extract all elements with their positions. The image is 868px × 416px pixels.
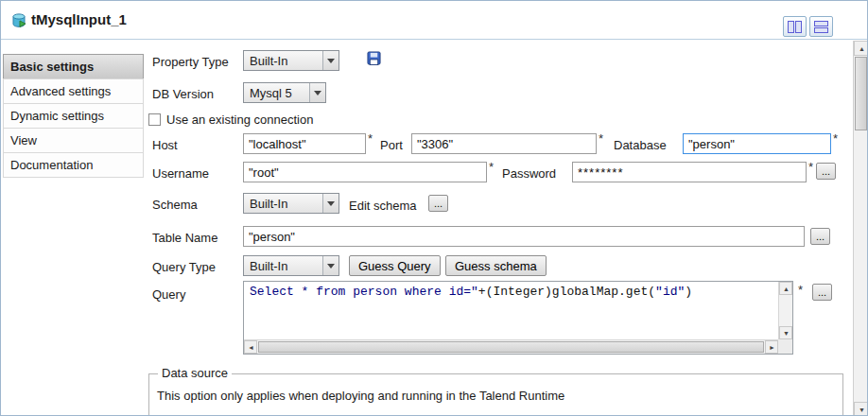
chevron-down-icon xyxy=(322,194,339,213)
horizontal-split-toggle-button[interactable] xyxy=(809,16,833,37)
sidebar-item-documentation[interactable]: Documentation xyxy=(3,152,144,178)
password-input[interactable] xyxy=(572,162,807,182)
guess-schema-button[interactable]: Guess schema xyxy=(445,255,547,276)
property-type-value: Built-In xyxy=(250,54,287,68)
save-property-icon[interactable] xyxy=(367,51,381,68)
query-code-segment: ) xyxy=(685,285,692,299)
required-marker: * xyxy=(798,283,803,297)
query-sql-segment: "id" xyxy=(655,285,685,299)
username-label: Username xyxy=(152,166,209,181)
component-title: tMysqlInput_1 xyxy=(31,11,127,27)
chevron-down-icon xyxy=(322,51,339,70)
sidebar-item-advanced-settings[interactable]: Advanced settings xyxy=(3,78,144,104)
db-version-label: DB Version xyxy=(152,87,214,101)
data-source-legend: Data source xyxy=(158,366,232,380)
query-code-segment: +(Integer)globalMap.get( xyxy=(478,285,655,299)
query-type-label: Query Type xyxy=(152,260,216,274)
property-type-label: Property Type xyxy=(152,55,229,69)
host-label: Host xyxy=(152,138,178,152)
table-name-label: Table Name xyxy=(152,231,217,245)
panel-vertical-scrollbar[interactable] xyxy=(853,41,868,416)
sidebar-item-dynamic-settings[interactable]: Dynamic settings xyxy=(3,103,144,129)
required-marker: * xyxy=(599,131,603,146)
property-type-dropdown[interactable]: Built-In xyxy=(243,50,339,71)
use-existing-connection-label: Use an existing connection xyxy=(166,113,313,127)
edit-schema-ellipsis-button[interactable]: ... xyxy=(428,195,448,212)
required-marker: * xyxy=(368,131,373,146)
sidebar-item-basic-settings[interactable]: Basic settings xyxy=(3,54,144,79)
edit-schema-label: Edit schema xyxy=(349,199,417,213)
query-type-dropdown[interactable]: Built-In xyxy=(243,255,339,276)
db-version-value: Mysql 5 xyxy=(250,86,292,100)
password-label: Password xyxy=(502,166,556,181)
query-editor[interactable]: Select * from person where id="+(Integer… xyxy=(243,281,793,355)
schema-label: Schema xyxy=(152,198,198,212)
scroll-right-icon[interactable] xyxy=(765,340,778,354)
schema-value: Built-In xyxy=(250,197,287,211)
query-sql-segment: Select * from person where id=" xyxy=(250,285,478,299)
table-name-input[interactable] xyxy=(243,226,805,247)
port-input[interactable] xyxy=(411,133,597,154)
chevron-down-icon xyxy=(322,256,339,275)
query-label: Query xyxy=(152,287,185,302)
database-label: Database xyxy=(614,138,667,152)
required-marker: * xyxy=(808,160,813,174)
horizontal-split-icon xyxy=(814,21,828,33)
query-vertical-scrollbar[interactable] xyxy=(778,282,792,339)
layout-vertical-toggle-button[interactable] xyxy=(783,16,807,37)
database-input[interactable] xyxy=(683,133,831,154)
chevron-down-icon xyxy=(309,83,325,102)
query-text: Select * from person where id="+(Integer… xyxy=(244,282,778,339)
port-label: Port xyxy=(380,138,403,152)
table-name-ellipsis-button[interactable]: ... xyxy=(810,228,830,245)
required-marker: * xyxy=(833,131,838,146)
scroll-down-icon[interactable] xyxy=(779,326,792,339)
required-marker: * xyxy=(489,160,494,174)
schema-dropdown[interactable]: Built-In xyxy=(243,193,339,214)
component-settings-panel: tMysqlInput_1 Basic settings Advanced se… xyxy=(0,0,868,416)
header: tMysqlInput_1 xyxy=(1,1,867,40)
use-existing-connection-checkbox[interactable] xyxy=(148,113,161,126)
scroll-up-icon[interactable] xyxy=(854,41,868,56)
tmysqlinput-component-icon xyxy=(10,12,27,29)
query-horizontal-scrollbar[interactable] xyxy=(244,339,778,354)
query-type-value: Built-In xyxy=(250,259,287,273)
query-ellipsis-button[interactable]: ... xyxy=(812,284,832,301)
scroll-left-icon[interactable] xyxy=(244,340,257,354)
sidebar-item-view[interactable]: View xyxy=(3,128,144,153)
vertical-split-icon xyxy=(788,21,802,33)
db-version-dropdown[interactable]: Mysql 5 xyxy=(243,82,326,103)
data-source-group: Data source This option only applies whe… xyxy=(148,373,843,416)
scroll-up-icon[interactable] xyxy=(779,282,792,295)
password-ellipsis-button[interactable]: ... xyxy=(816,163,836,180)
host-input[interactable] xyxy=(243,133,366,154)
vertical-scrollbar-thumb[interactable] xyxy=(855,57,867,130)
scroll-down-icon[interactable] xyxy=(854,402,868,416)
guess-query-button[interactable]: Guess Query xyxy=(349,255,441,276)
username-input[interactable] xyxy=(243,162,487,182)
data-source-note: This option only applies when deploying … xyxy=(157,389,564,403)
settings-sidebar: Basic settings Advanced settings Dynamic… xyxy=(3,55,144,178)
horizontal-scrollbar-thumb[interactable] xyxy=(258,341,764,353)
scrollbar-corner xyxy=(778,339,792,354)
